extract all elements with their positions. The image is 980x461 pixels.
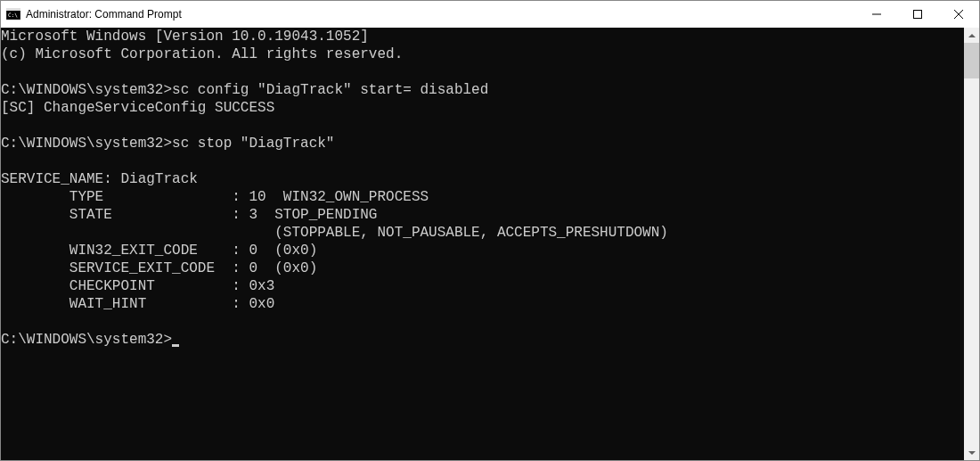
terminal-output[interactable]: Microsoft Windows [Version 10.0.19043.10… xyxy=(1,28,964,460)
output-line: [SC] ChangeServiceConfig SUCCESS xyxy=(1,100,274,116)
prompt: C:\WINDOWS\system32> xyxy=(1,332,172,348)
titlebar[interactable]: C:\ Administrator: Command Prompt xyxy=(1,1,979,28)
cmd-window: C:\ Administrator: Command Prompt Micros… xyxy=(0,0,980,461)
vertical-scrollbar[interactable] xyxy=(964,28,979,460)
cursor-icon xyxy=(172,344,179,347)
svg-marker-8 xyxy=(968,451,976,455)
client-area: Microsoft Windows [Version 10.0.19043.10… xyxy=(1,28,979,460)
close-button[interactable] xyxy=(938,1,979,28)
output-line: WIN32_EXIT_CODE : 0 (0x0) xyxy=(1,243,317,259)
output-line: TYPE : 10 WIN32_OWN_PROCESS xyxy=(1,189,429,205)
output-line: (STOPPABLE, NOT_PAUSABLE, ACCEPTS_PRESHU… xyxy=(1,225,668,241)
window-controls xyxy=(856,1,979,28)
window-title: Administrator: Command Prompt xyxy=(26,8,856,21)
svg-rect-4 xyxy=(914,11,922,19)
prompt: C:\WINDOWS\system32> xyxy=(1,82,172,98)
scroll-thumb[interactable] xyxy=(964,43,979,78)
output-line: STATE : 3 STOP_PENDING xyxy=(1,207,377,223)
scroll-up-icon[interactable] xyxy=(964,28,979,43)
svg-rect-1 xyxy=(6,9,20,11)
output-line: WAIT_HINT : 0x0 xyxy=(1,296,274,312)
prompt: C:\WINDOWS\system32> xyxy=(1,136,172,152)
output-line: SERVICE_NAME: DiagTrack xyxy=(1,171,198,187)
command-text: sc config "DiagTrack" start= disabled xyxy=(172,82,488,98)
minimize-button[interactable] xyxy=(856,1,897,28)
command-text: sc stop "DiagTrack" xyxy=(172,136,334,152)
output-line: SERVICE_EXIT_CODE : 0 (0x0) xyxy=(1,260,317,276)
svg-marker-7 xyxy=(968,34,976,37)
maximize-button[interactable] xyxy=(897,1,938,28)
output-line: Microsoft Windows [Version 10.0.19043.10… xyxy=(1,29,369,45)
cmd-icon: C:\ xyxy=(6,7,20,21)
output-line: CHECKPOINT : 0x3 xyxy=(1,278,274,294)
scroll-down-icon[interactable] xyxy=(964,445,979,460)
output-line: (c) Microsoft Corporation. All rights re… xyxy=(1,46,403,62)
svg-text:C:\: C:\ xyxy=(8,12,18,18)
